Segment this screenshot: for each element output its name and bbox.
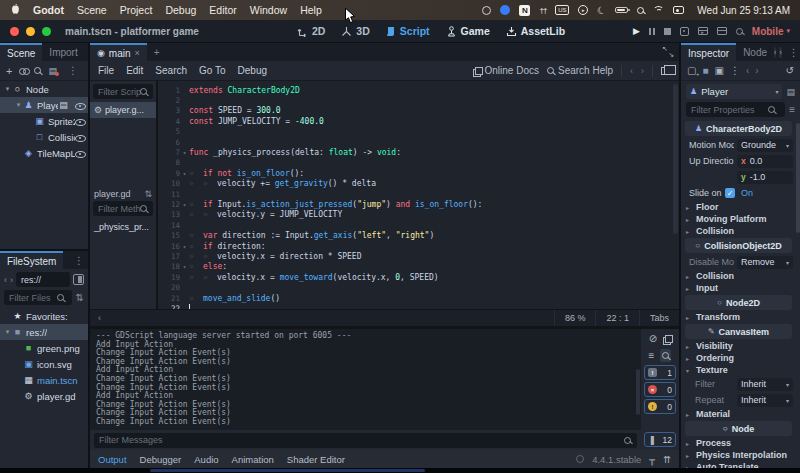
script-list-item[interactable]: ⚙player.g... (90, 102, 156, 118)
resource-menu-icon[interactable]: ⋮ (730, 65, 740, 76)
path-input[interactable] (16, 272, 70, 287)
menu-scene[interactable]: Scene (77, 4, 107, 16)
breadcrumb-collapse-icon[interactable]: ‹ (90, 313, 109, 323)
fold-icon[interactable]: ▾ (180, 263, 189, 270)
method-list-item[interactable]: _physics_pr... (90, 219, 156, 235)
menu-help[interactable]: Help (300, 4, 322, 16)
open-docs-button[interactable]: ▤ (786, 87, 795, 97)
user-switch-icon[interactable] (673, 6, 684, 14)
wifi-icon[interactable] (653, 6, 664, 15)
section-transform[interactable]: ▸Transform (681, 311, 796, 323)
section-process[interactable]: ▸Process (681, 437, 796, 449)
menu-debug[interactable]: Debug (165, 4, 196, 16)
clear-output-icon[interactable]: ⊘ (649, 333, 657, 344)
code-line-14[interactable]: 14 (158, 220, 679, 230)
attach-script-icon[interactable]: ▤ (48, 66, 57, 76)
section-visibility[interactable]: ▸Visibility (681, 340, 796, 352)
messages-filter-toggle[interactable]: ! 1 (644, 365, 676, 380)
scene-tree-item-tilemaplay[interactable]: ◈TileMapLay (0, 145, 88, 161)
fs-item-favorites[interactable]: ★Favorites: (0, 308, 88, 324)
search-help-button[interactable]: Search Help (547, 65, 613, 76)
visibility-eye-icon[interactable] (75, 133, 85, 142)
inspector-prev-icon[interactable]: ‹ (774, 47, 776, 58)
sort-files-icon[interactable]: ⇅ (76, 292, 84, 303)
tab-inspector[interactable]: Inspector (681, 43, 736, 61)
pause-button[interactable] (649, 28, 655, 35)
expand-bottom-panel-icon[interactable]: ⇈ (663, 454, 671, 465)
menubar-clock[interactable]: Wed Jun 25 9:13 AM (697, 5, 790, 16)
visibility-eye-icon[interactable] (75, 149, 85, 158)
scene-tree-item-node[interactable]: ▾○Node (0, 81, 88, 97)
code-line-8[interactable]: 8 (158, 158, 679, 168)
section-material[interactable]: ▸Material (681, 408, 796, 420)
section-moving-platform[interactable]: ▸Moving Platform (681, 213, 796, 225)
tab-filesystem[interactable]: FileSystem (0, 251, 63, 269)
code-line-20[interactable]: 20 (158, 282, 679, 292)
stop-button[interactable] (664, 28, 671, 35)
warnings-filter-toggle[interactable]: ! 0 (644, 399, 676, 414)
window-controls[interactable] (10, 27, 51, 36)
fs-item-player-gd[interactable]: ⚙player.gd (0, 388, 88, 404)
inspector-scrollbar[interactable] (796, 123, 800, 233)
fs-item-res[interactable]: ▾■res:// (0, 324, 88, 340)
code-line-12[interactable]: 12▾»if Input.is_action_just_pressed("jum… (158, 199, 679, 209)
fs-item-green-png[interactable]: ■green.png (0, 340, 88, 356)
edit-prev-object-icon[interactable]: ‹ (746, 65, 749, 76)
apple-logo-icon[interactable] (10, 3, 20, 17)
bottom-tab-output[interactable]: Output (98, 454, 127, 465)
filter-messages-input[interactable] (94, 433, 637, 448)
section-auto-translate[interactable]: ▸Auto Translate (681, 461, 796, 468)
inspector-next-icon[interactable]: › (779, 47, 781, 58)
log-scrollbar[interactable] (636, 369, 640, 414)
expand-editor-icon[interactable] (663, 47, 673, 57)
tab-import[interactable]: Import (42, 43, 84, 61)
inspector-dock-menu-icon[interactable]: ⋮ (785, 43, 800, 61)
play-custom-scene-button[interactable] (717, 27, 727, 35)
fs-item-main-tscn[interactable]: ▦main.tscn (0, 372, 88, 388)
lines-counter[interactable]: ❚ 12 (644, 432, 676, 447)
close-tab-icon[interactable]: × (135, 48, 140, 58)
script-icon[interactable]: ▤ (58, 100, 69, 110)
fold-icon[interactable]: ▾ (180, 243, 189, 250)
mode-2d-button[interactable]: 2D (297, 25, 325, 37)
load-resource-icon[interactable]: ■ (702, 65, 708, 76)
edit-next-object-icon[interactable]: › (755, 65, 758, 76)
code-line-3[interactable]: 3const SPEED = 300.0 (158, 106, 679, 116)
section-input[interactable]: ▸Input (681, 282, 796, 294)
code-line-13[interactable]: 13»»velocity.y = JUMP_VELOCITY (158, 210, 679, 220)
add-node-button[interactable]: + (6, 65, 12, 77)
code-line-19[interactable]: 19»»velocity.x = move_toward(velocity.x,… (158, 272, 679, 282)
mode-game-button[interactable]: Game (446, 25, 490, 37)
code-line-17[interactable]: 17»»velocity.x = direction * SPEED (158, 251, 679, 261)
disable-mod-dropdown[interactable]: Remove▾ (737, 256, 793, 269)
zoom-window-button[interactable] (42, 27, 51, 36)
code-line-18[interactable]: 18▾»else: (158, 262, 679, 272)
section-collision[interactable]: ▸Collision (681, 225, 796, 237)
movie-maker-button[interactable] (736, 28, 743, 35)
edited-object-dropdown[interactable]: ♟ Player ▾ (686, 84, 782, 99)
mode-assetlib-button[interactable]: AssetLib (506, 25, 565, 37)
menu-file[interactable]: File (98, 65, 114, 76)
tab-scene[interactable]: Scene (0, 43, 42, 61)
section-texture[interactable]: ▾Texture (681, 364, 796, 376)
play-button[interactable]: ▶ (633, 26, 640, 36)
keyboard-layout-icon[interactable]: US (555, 5, 569, 15)
remote-debug-button[interactable] (680, 27, 689, 36)
mode-3d-button[interactable]: 3D (341, 25, 369, 37)
collapse-duplicates-icon[interactable]: ≡ (649, 350, 655, 361)
mode-script-button[interactable]: Script (386, 25, 430, 37)
pin-bottom-panel-icon[interactable]: ┳ (649, 454, 655, 465)
code-line-6[interactable]: 6 (158, 137, 679, 147)
menu-editor[interactable]: Editor (209, 4, 236, 16)
instantiate-scene-icon[interactable] (19, 67, 27, 75)
minimize-window-button[interactable] (26, 27, 35, 36)
menu-edit[interactable]: Edit (126, 65, 143, 76)
errors-filter-toggle[interactable]: × 0 (644, 382, 676, 397)
object-history-icon[interactable]: ↺ (786, 65, 794, 76)
menu-project[interactable]: Project (120, 4, 153, 16)
blue-app-icon[interactable] (500, 5, 510, 15)
vector-x-field[interactable]: x0.0 (737, 155, 793, 168)
focus-moon-icon[interactable]: ☾ (596, 3, 608, 16)
manage-properties-icon[interactable]: ≡ (789, 104, 795, 115)
vector-y-field[interactable]: y-1.0 (737, 171, 793, 184)
